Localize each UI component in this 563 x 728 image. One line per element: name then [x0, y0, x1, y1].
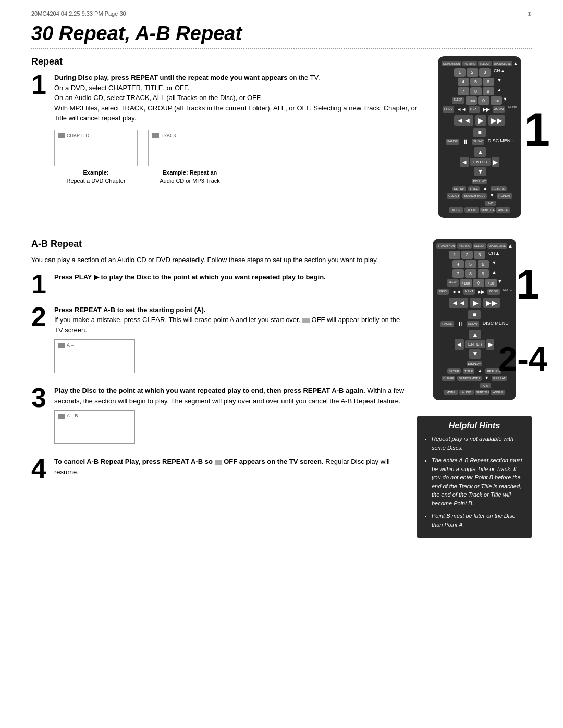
btn-0b[interactable]: 0 — [473, 279, 484, 287]
repeat-step1: 1 During Disc play, press REPEAT until t… — [31, 72, 417, 192]
pause-btn-2[interactable]: PAUSE — [440, 321, 454, 327]
btn-8[interactable]: 8 — [470, 87, 482, 95]
search-mode-btn[interactable]: SEARCH MODE — [462, 193, 487, 199]
next-btn[interactable]: NEXT — [469, 106, 480, 113]
up-btn-2[interactable]: ▲ — [469, 330, 481, 339]
btn-plus10[interactable]: +10 — [491, 96, 502, 105]
ch-up[interactable]: CH▲ — [494, 68, 505, 77]
vol-up-2[interactable]: ▲ — [492, 269, 497, 278]
repeat-btn[interactable]: REPEAT — [497, 193, 512, 199]
enter-btn-2[interactable]: ENTER — [465, 340, 485, 348]
angle-btn-2[interactable]: ANGLE — [491, 390, 505, 395]
display-btn-2[interactable]: DISPLAY — [467, 361, 483, 366]
down-btn-2[interactable]: ▼ — [469, 349, 481, 359]
ab-btn[interactable]: A-B — [485, 201, 496, 206]
subtitle-btn-2[interactable]: SUBTITLE — [475, 390, 489, 395]
open-close-btn-2[interactable]: OPEN/CLOSE — [487, 243, 508, 249]
pause-btn[interactable]: PAUSE — [446, 139, 459, 145]
clear-btn[interactable]: CLEAR — [447, 193, 460, 199]
next-btn-2[interactable]: NEXT — [463, 289, 475, 295]
slow-btn[interactable]: SLOW — [472, 139, 484, 145]
play-btn-2[interactable]: ▶ — [470, 298, 481, 308]
play-btn[interactable]: ▶ — [475, 115, 486, 126]
setup-btn-2[interactable]: SETUP — [447, 368, 461, 374]
btn-1b[interactable]: 1 — [449, 251, 460, 259]
prev-btn[interactable]: PREV — [443, 106, 454, 113]
btn-plus10b[interactable]: +10 — [485, 279, 497, 287]
subtitle-btn[interactable]: SUBTITLE — [480, 207, 495, 213]
slow-btn-2[interactable]: SLOW — [467, 321, 479, 327]
btn-3b[interactable]: 3 — [474, 251, 485, 259]
mute-btn-2[interactable]: MUTE — [503, 288, 512, 295]
angle-btn[interactable]: ANGLE — [496, 207, 510, 213]
btn-6b[interactable]: 6 — [478, 260, 489, 268]
right-btn[interactable]: ▶ — [492, 157, 499, 167]
ch-up-2[interactable]: CH▲ — [488, 251, 500, 259]
standby-btn-2[interactable]: STANDBY/ON — [436, 243, 456, 249]
picture-btn-2[interactable]: PICTURE — [457, 243, 472, 249]
zoom-btn[interactable]: ZOOM — [493, 106, 505, 113]
prev-btn-2[interactable]: PREV — [437, 289, 449, 295]
sleep-btn-2[interactable]: SLEEP — [447, 279, 458, 287]
enter-btn[interactable]: ENTER — [470, 158, 491, 166]
btn-plus100b[interactable]: +100 — [460, 279, 472, 287]
display-btn[interactable]: DISPLAY — [472, 179, 488, 184]
btn-9[interactable]: 9 — [483, 87, 494, 95]
title-btn[interactable]: TITLE — [468, 186, 480, 191]
stop-btn[interactable]: ■ — [473, 128, 485, 137]
header-left: 20MC4204 04.2.25 9:33 PM Page 30 — [31, 10, 126, 17]
ff-btn-2[interactable]: ▶▶ — [483, 298, 500, 308]
up-down-col-2: ▲ ENTER ▼ — [465, 330, 485, 359]
btn-1[interactable]: 1 — [454, 68, 466, 77]
select-btn-2[interactable]: SELECT — [473, 243, 486, 249]
sleep-btn[interactable]: SLEEP — [452, 97, 463, 104]
ff-btn[interactable]: ▶▶ — [488, 115, 505, 126]
down-btn[interactable]: ▼ — [474, 167, 486, 176]
picture-btn[interactable]: PICTURE — [462, 61, 477, 66]
mute-btn[interactable]: MUTE — [508, 106, 517, 113]
btn-6[interactable]: 6 — [483, 78, 494, 86]
setup-btn[interactable]: SETUP — [452, 186, 466, 191]
btn-0[interactable]: 0 — [478, 96, 489, 105]
ab-row-2: A-B — [436, 382, 513, 389]
btn-2b[interactable]: 2 — [461, 251, 473, 259]
ch-down[interactable]: ▼ — [497, 78, 502, 86]
mode-btn-2[interactable]: MODE — [444, 390, 458, 395]
btn-9b[interactable]: 9 — [478, 269, 489, 278]
btn-5b[interactable]: 5 — [465, 260, 476, 268]
search-mode-btn-2[interactable]: SEARCH MODE — [457, 376, 482, 381]
return-btn[interactable]: RETURN — [491, 186, 507, 191]
select-btn[interactable]: SELECT — [478, 61, 491, 66]
btn-plus100[interactable]: +100 — [466, 96, 477, 105]
standby-btn[interactable]: STANDBY/ON — [442, 61, 461, 66]
mode-btn[interactable]: MODE — [449, 207, 463, 213]
rewind-btn-2[interactable]: ◄◄ — [449, 298, 469, 308]
vol-down-2[interactable]: ▼ — [498, 279, 503, 287]
vol-up[interactable]: ▲ — [497, 87, 502, 95]
btn-4[interactable]: 4 — [458, 78, 469, 86]
btn-8b[interactable]: 8 — [465, 269, 476, 278]
track-icon — [152, 133, 159, 138]
title-btn-2[interactable]: TITLE — [463, 368, 474, 374]
audio-btn-2[interactable]: AUDIO — [459, 390, 474, 395]
btn-7[interactable]: 7 — [458, 87, 469, 95]
stop-btn-2[interactable]: ■ — [468, 310, 480, 319]
btn-3[interactable]: 3 — [479, 68, 491, 77]
left-btn[interactable]: ◄ — [460, 157, 469, 167]
zoom-btn-2[interactable]: ZOOM — [487, 289, 500, 295]
ch-down-2[interactable]: ▼ — [492, 260, 497, 268]
open-close-btn[interactable]: OPEN/CLOSE — [493, 61, 513, 66]
btn-5[interactable]: 5 — [470, 78, 482, 86]
stop-row-2: ■ — [436, 310, 513, 319]
audio-btn[interactable]: AUDIO — [464, 207, 479, 213]
rewind-btn[interactable]: ◄◄ — [454, 115, 474, 126]
ab-btn-2[interactable]: A-B — [480, 383, 491, 388]
btn-2[interactable]: 2 — [467, 68, 478, 77]
up-btn[interactable]: ▲ — [474, 147, 486, 157]
left-btn-2[interactable]: ◄ — [455, 339, 464, 350]
btn-4b[interactable]: 4 — [452, 260, 464, 268]
vol-down[interactable]: ▼ — [503, 96, 508, 105]
btn-7b[interactable]: 7 — [452, 269, 464, 278]
clear-btn-2[interactable]: CLEAR — [442, 376, 455, 381]
right-btn-2[interactable]: ▶ — [486, 339, 494, 350]
